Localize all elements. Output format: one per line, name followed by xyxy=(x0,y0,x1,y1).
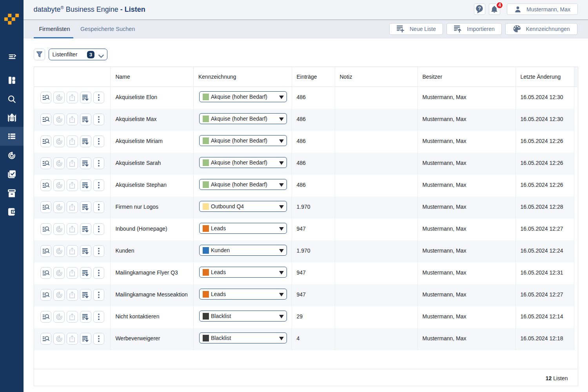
svg-text:?: ? xyxy=(478,6,481,11)
